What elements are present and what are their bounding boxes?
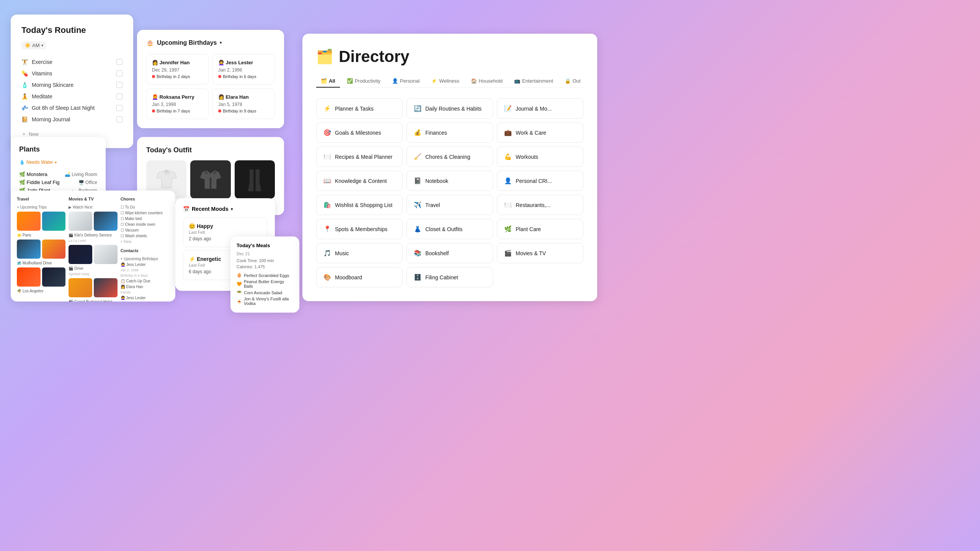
routine-filter[interactable]: ☀️ AM ▾ <box>21 41 46 49</box>
trip-paris[interactable]: 🌟 Paris <box>17 232 65 238</box>
chore-5[interactable]: ☐ Wash sheets <box>121 233 169 239</box>
tab-label: Household <box>479 78 503 84</box>
directory-item-1[interactable]: 🔄 Daily Routines & Habits <box>407 98 493 119</box>
directory-item-4[interactable]: 💰 Finances <box>407 122 493 143</box>
dir-tab-wellness[interactable]: ⚡Wellness <box>426 75 464 88</box>
directory-item-14[interactable]: 🍽️ Restaurants,... <box>497 195 583 215</box>
movie-spirited[interactable]: Spirited Away <box>69 271 117 277</box>
meal-item[interactable]: 🥚 Perfect Scrambled Eggs <box>237 272 293 279</box>
routine-item[interactable]: 💤 Got 8h of Sleep Last Night <box>21 102 122 114</box>
routine-checkbox[interactable] <box>116 59 122 65</box>
routine-checkbox[interactable] <box>116 105 122 111</box>
routine-checkbox[interactable] <box>116 93 122 99</box>
plants-filter[interactable]: 💧 Needs Water ▾ <box>19 160 97 165</box>
travel-images <box>17 212 65 231</box>
meal-item[interactable]: 🥗 Corn Avocado Salad <box>237 289 293 296</box>
tab-icon: 🔒 <box>565 78 571 84</box>
birthday-item[interactable]: 👩 Elara Han Jan 5, 1978 Birthday in 9 da… <box>212 88 275 119</box>
routine-checkbox[interactable] <box>116 70 122 77</box>
contacts-title: Contacts <box>121 248 169 253</box>
directory-item-2[interactable]: 📝 Journal & Mo... <box>497 98 583 119</box>
calendar-icon: 📅 <box>183 206 189 212</box>
plant-item[interactable]: 🌿 Monstera 🛋️ Living Room <box>19 170 97 178</box>
directory-item-5[interactable]: 💼 Work & Care <box>497 122 583 143</box>
directory-item-8[interactable]: 💪 Workouts <box>497 147 583 167</box>
routine-item[interactable]: 💊 Vitamins <box>21 68 122 79</box>
directory-item-3[interactable]: 🎯 Goals & Milestones <box>316 122 403 143</box>
chevron-icon: ▾ <box>41 43 43 47</box>
directory-item-21[interactable]: 🎨 Moodboard <box>316 267 403 287</box>
birthday-date: Jan 2, 1996 <box>218 67 269 73</box>
new-routine-button[interactable]: ＋ New <box>21 130 122 137</box>
dir-tab-personal[interactable]: 👤Personal <box>387 75 424 88</box>
directory-item-7[interactable]: 🧹 Chores & Cleaning <box>407 147 493 167</box>
upcoming-bdays-link[interactable]: + Upcoming Birthdays <box>121 256 169 262</box>
meals-card: Today's Meals Dec 21 Cook Time: 100 min … <box>230 236 299 313</box>
dir-tab-all[interactable]: 🗂️All <box>316 75 340 88</box>
movie-budapest[interactable]: 🎬 Grand Budapest Hotel <box>69 299 117 302</box>
directory-item-10[interactable]: 📓 Notebook <box>407 171 493 191</box>
contact-jess[interactable]: 👩‍🦱 Jess Lester <box>121 262 169 267</box>
chore-new[interactable]: + New <box>121 239 169 245</box>
meal-item[interactable]: 🧡 Peanut Butter Energy Balls <box>237 279 293 289</box>
directory-item-15[interactable]: 📍 Spots & Memberships <box>316 219 403 239</box>
birthday-item[interactable]: 👩‍🦰 Roksana Perry Jan 3, 1998 Birthday i… <box>146 88 209 119</box>
birthday-name: 👩‍🦰 Roksana Perry <box>152 94 203 100</box>
birthday-item[interactable]: 👩 Jennifer Han Dec 29, 1997 Birthday in … <box>146 54 209 85</box>
dir-tab-out[interactable]: 🔒Out <box>560 75 585 88</box>
directory-item-22[interactable]: 🗄️ Filing Cabinet <box>407 267 493 287</box>
trip-mullholland[interactable]: 🗺️ Mullholland Drive <box>17 260 65 266</box>
birthdays-chevron[interactable]: ▾ <box>220 41 222 45</box>
birthday-item[interactable]: 👩‍🦱 Jess Lester Jan 2, 1996 Birthday in … <box>212 54 275 85</box>
trip-la[interactable]: 🌴 Los Angeles <box>17 288 65 294</box>
directory-item-11[interactable]: 👤 Personal CRI... <box>497 171 583 191</box>
directory-item-18[interactable]: 🎵 Music <box>316 243 403 263</box>
meal-name: Jon & Vinny's Fusilli alla Vodka <box>244 297 293 306</box>
routine-item[interactable]: 🧴 Morning Skincare <box>21 79 122 91</box>
watch-next-label[interactable]: ▶ Watch Next <box>69 204 117 210</box>
meal-name: Peanut Butter Energy Balls <box>244 279 293 289</box>
birthday-date: Jan 3, 1998 <box>152 102 203 107</box>
dir-tab-household[interactable]: 🏠Household <box>466 75 507 88</box>
directory-item-17[interactable]: 🌿 Plant Care <box>497 219 583 239</box>
directory-item-19[interactable]: 📚 Bookshelf <box>407 243 493 263</box>
routine-checkbox[interactable] <box>116 82 122 88</box>
chore-4[interactable]: ☐ Vacuum <box>121 227 169 233</box>
routine-item[interactable]: 📔 Morning Journal <box>21 114 122 125</box>
dir-tab-entertainment[interactable]: 📺Entertainment <box>510 75 558 88</box>
chores-todo[interactable]: ☐ To Do <box>121 204 169 210</box>
directory-item-12[interactable]: 🛍️ Wishlist & Shopping List <box>316 195 403 215</box>
routine-item[interactable]: 🧘 Meditate <box>21 91 122 102</box>
contact-jess2[interactable]: 👩‍🦱 Jess Lester <box>121 295 169 301</box>
chore-2[interactable]: ☐ Make bed <box>121 216 169 222</box>
chore-3[interactable]: ☐ Clean inside oven <box>121 222 169 227</box>
directory-item-13[interactable]: ✈️ Travel <box>407 195 493 215</box>
directory-item-16[interactable]: 👗 Closet & Outfits <box>407 219 493 239</box>
contact-catchup[interactable]: 📋 Catch-Up Due <box>121 278 169 284</box>
directory-item-20[interactable]: 🎬 Movies & TV <box>497 243 583 263</box>
movie-kiki[interactable]: 🎬 Kiki's Delivery Service <box>69 232 117 238</box>
dir-tab-productivity[interactable]: ✅Productivity <box>342 75 385 88</box>
directory-item-0[interactable]: ⚡ Planner & Tasks <box>316 98 403 119</box>
dir-item-label: Filing Cabinet <box>425 274 458 280</box>
directory-item-9[interactable]: 📖 Knowledge & Content <box>316 171 403 191</box>
dir-item-icon: 👤 <box>504 177 512 184</box>
directory-item-6[interactable]: 🍽️ Recipes & Meal Planner <box>316 147 403 167</box>
movie-lalaland[interactable]: La La Land <box>69 238 117 243</box>
countdown-text: Birthday in 6 days <box>223 74 256 79</box>
upcoming-trips-label[interactable]: + Upcoming Trips <box>17 204 65 210</box>
contact-elara[interactable]: 👩 Elara Han <box>121 284 169 290</box>
chores-section: Chores ☐ To Do ☐ Wipe kitchen counters ☐… <box>121 197 169 302</box>
plants-title: Plants <box>19 145 97 153</box>
movies-section: Movies & TV ▶ Watch Next 🎬 Kiki's Delive… <box>69 197 117 302</box>
chore-1[interactable]: ☐ Wipe kitchen counters <box>121 210 169 216</box>
routine-checkbox[interactable] <box>116 116 122 122</box>
red-dot <box>218 109 221 112</box>
plant-item[interactable]: 🌿 Fiddle Leaf Fig 🖥️ Office <box>19 178 97 186</box>
moods-chevron[interactable]: ▾ <box>231 207 233 211</box>
meal-item[interactable]: 🍝 Jon & Vinny's Fusilli alla Vodka <box>237 296 293 306</box>
dir-item-icon: 🛍️ <box>323 201 331 209</box>
routine-item[interactable]: 🏋️ Exercise <box>21 56 122 68</box>
contact-jess-bd: Birthday in 6 days <box>121 273 169 278</box>
movie-drive[interactable]: 🎬 Drive <box>69 266 117 271</box>
